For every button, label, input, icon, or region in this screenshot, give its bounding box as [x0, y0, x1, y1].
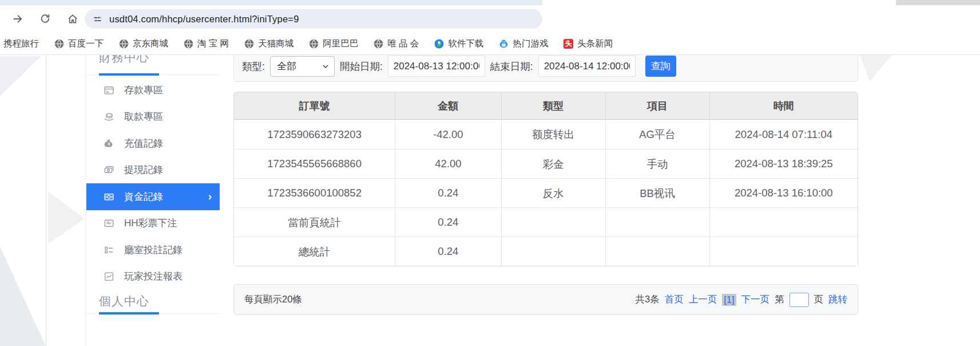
ticket-list-icon: [104, 218, 115, 229]
sidebar-item[interactable]: 資金記錄›: [86, 183, 220, 210]
bookmark-label: 天猫商城: [258, 38, 293, 50]
sidebar-section-finance: 財務中心: [99, 55, 149, 65]
sidebar-item-label: HH彩票下注: [124, 217, 177, 230]
column-header: 金額: [395, 92, 501, 120]
table-cell: 當前頁統計: [234, 207, 395, 237]
table-cell: 0.24: [395, 237, 501, 266]
moneybag-icon: ¥: [104, 137, 115, 149]
records-table-body: 1723590663273203-42.00额度转出AG平台2024-08-14…: [234, 120, 858, 266]
end-date-label: 結束日期:: [490, 60, 533, 73]
left-divider: [46, 55, 46, 346]
bookmark-item[interactable]: 阿里巴巴: [309, 38, 358, 50]
table-cell: 1723536600100852: [234, 178, 395, 207]
table-row: 172354556566886042.00彩金手动2024-08-13 18:3…: [234, 149, 858, 178]
globe-icon: [54, 39, 64, 49]
search-button[interactable]: 查詢: [645, 56, 676, 77]
next-page-link[interactable]: 下一页: [741, 293, 770, 306]
table-cell: [709, 207, 858, 237]
section-rule: [86, 74, 220, 75]
bookmark-item[interactable]: 热门游戏: [499, 38, 548, 50]
bookmark-item[interactable]: 京东商城: [119, 38, 168, 50]
type-select-value: 全部: [277, 60, 296, 73]
jump-suffix-label: 页: [814, 293, 824, 306]
globe-icon: [374, 39, 383, 49]
pagination-bar: 每頁顯示20條 共3条 首页 上一页 [1] 下一页 第 页 跳转: [233, 284, 858, 315]
chevron-down-icon: [322, 63, 329, 70]
table-cell: 1723590663273203: [234, 120, 395, 149]
bookmark-item[interactable]: 头头条新闻: [564, 38, 613, 50]
bookmark-label: 京东商城: [133, 38, 168, 50]
bookmark-label: 软件下载: [448, 38, 483, 50]
jump-page-input[interactable]: [789, 293, 809, 307]
table-cell: 42.00: [395, 149, 501, 178]
sidebar-item-label: 存款專區: [124, 84, 163, 97]
jump-button[interactable]: 跳转: [828, 293, 847, 306]
first-page-link[interactable]: 首页: [665, 293, 684, 306]
table-header-row: 訂單號金額類型項目時間: [234, 92, 858, 120]
deposit-card-icon: [104, 84, 115, 96]
total-count-text: 共3条: [635, 293, 659, 306]
table-cell: BB视讯: [605, 178, 709, 207]
site-settings-icon[interactable]: [93, 14, 102, 24]
bookmark-item[interactable]: 淘 宝 网: [184, 38, 229, 50]
table-row: 17235366001008520.24反水BB视讯2024-08-13 16:…: [234, 178, 858, 207]
table-cell: [605, 207, 709, 237]
sidebar-item[interactable]: 存款專區: [86, 77, 220, 104]
globe-icon: [309, 39, 319, 49]
main-content: 類型: 全部 開始日期: 結束日期: 查詢 訂單號金額類型項目時間 172: [233, 55, 858, 346]
section-indicator: [99, 312, 159, 314]
bookmark-label: 阿里巴巴: [323, 38, 358, 50]
svg-text:¥: ¥: [108, 142, 110, 146]
filter-row: 類型: 全部 開始日期: 結束日期: 查詢: [242, 56, 676, 77]
sidebar-item[interactable]: 取款專區: [86, 104, 220, 131]
address-bar[interactable]: usdt04.com/hhcp/usercenter.html?iniType=…: [85, 9, 542, 29]
bookmark-item[interactable]: 百度一下: [54, 38, 104, 50]
table-cell: [501, 207, 605, 237]
sidebar-item[interactable]: HH彩票下注: [86, 210, 220, 237]
sidebar-item[interactable]: 提現記錄: [86, 157, 220, 184]
section-rule: [86, 313, 220, 314]
end-date-input[interactable]: [538, 56, 636, 77]
reload-icon[interactable]: [35, 9, 55, 29]
table-cell: 2024-08-14 07:11:04: [709, 120, 858, 149]
home-icon[interactable]: [63, 9, 82, 29]
jump-prefix-label: 第: [775, 293, 784, 306]
current-page-indicator: [1]: [722, 294, 736, 306]
table-cell: 0.24: [395, 178, 501, 207]
table-cell: 0.24: [395, 207, 501, 237]
funds-icon: [104, 191, 115, 202]
sidebar-item-label: 提現記錄: [124, 163, 163, 176]
withdraw-hand-icon: [104, 111, 115, 123]
forward-icon[interactable]: [8, 9, 27, 29]
column-header: 訂單號: [234, 92, 395, 120]
bookmark-item[interactable]: 携程旅行: [3, 38, 39, 50]
decorative-shape: [860, 55, 892, 81]
table-row: 1723590663273203-42.00额度转出AG平台2024-08-14…: [234, 120, 858, 149]
bookmark-item[interactable]: 天猫商城: [244, 38, 293, 50]
page-size-text: 每頁顯示20條: [244, 293, 302, 306]
table-cell: 1723545565668860: [234, 149, 395, 178]
sidebar-item[interactable]: 玩家投注報表: [86, 264, 220, 290]
table-cell: [709, 237, 858, 266]
bookmark-item[interactable]: 唯 品 会: [374, 38, 419, 50]
type-label: 類型:: [242, 60, 265, 73]
decorative-shape: [0, 56, 41, 96]
bookmarks-bar: 携程旅行百度一下京东商城淘 宝 网天猫商城阿里巴巴唯 品 会软件下载热门游戏头头…: [0, 33, 980, 55]
pagination-controls: 共3条 首页 上一页 [1] 下一页 第 页 跳转: [635, 293, 847, 307]
bookmark-label: 携程旅行: [3, 38, 39, 50]
sidebar-item[interactable]: ¥充值記錄: [86, 130, 220, 157]
type-select[interactable]: 全部: [270, 56, 335, 77]
prev-page-link[interactable]: 上一页: [689, 293, 717, 306]
url-text[interactable]: usdt04.com/hhcp/usercenter.html?iniType=…: [109, 14, 299, 25]
bookmark-item[interactable]: 软件下载: [434, 38, 483, 50]
bookmark-label: 唯 品 会: [387, 38, 419, 50]
sidebar-item[interactable]: 廳室投註記錄: [86, 237, 220, 264]
start-date-label: 開始日期:: [340, 60, 383, 73]
window-corner: [896, 0, 980, 5]
table-cell: 手动: [605, 149, 709, 178]
browser-window: usdt04.com/hhcp/usercenter.html?iniType=…: [0, 0, 980, 346]
start-date-input[interactable]: [388, 56, 485, 77]
filter-panel: 類型: 全部 開始日期: 結束日期: 查詢: [233, 55, 858, 82]
bookmark-label: 头条新闻: [577, 38, 613, 50]
browser-toolbar: usdt04.com/hhcp/usercenter.html?iniType=…: [0, 5, 980, 33]
